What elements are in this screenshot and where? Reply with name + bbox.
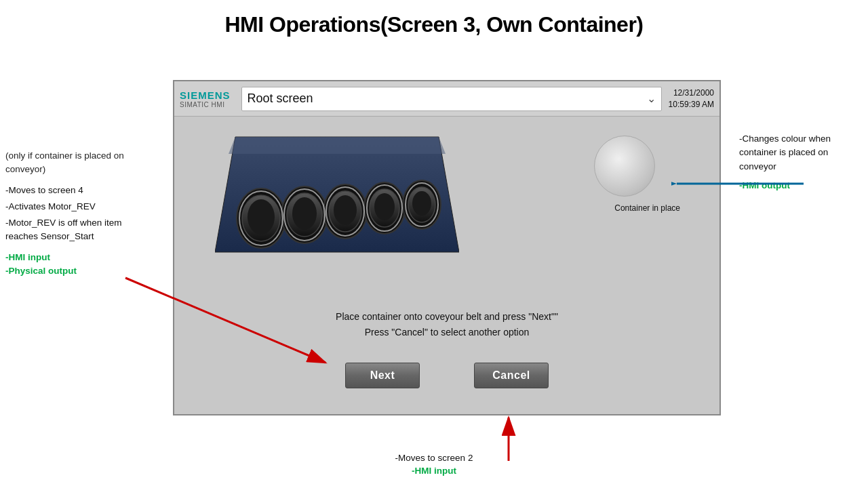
instruction-line-2: Press "Cancel" to select another option (174, 325, 719, 340)
left-note-1: (only if container is placed on conveyor… (5, 149, 146, 177)
instruction-line-1: Place container onto coveyour belt and p… (174, 309, 719, 324)
svg-marker-1 (229, 137, 446, 154)
left-note-2: -Moves to screen 4 (5, 184, 146, 197)
screen-name: Root screen (248, 92, 647, 106)
container-indicator-circle (594, 136, 655, 197)
hmi-screen: SIEMENS SIMATIC HMI Root screen ⌄ 12/31/… (173, 80, 721, 415)
svg-point-10 (334, 195, 357, 225)
left-note-hmi-input: -HMI input (5, 251, 146, 264)
next-button[interactable]: Next (345, 363, 420, 388)
page-title: HMI Operations(Screen 3, Own Container) (0, 0, 868, 44)
hmi-date: 12/31/2000 (669, 87, 714, 99)
blue-arrow-indicator (671, 174, 807, 194)
container-in-place-label: Container in place (614, 203, 680, 213)
svg-point-4 (248, 199, 275, 235)
hmi-header: SIEMENS SIMATIC HMI Root screen ⌄ 12/31/… (174, 81, 719, 117)
left-note-3: -Activates Motor_REV (5, 200, 146, 214)
hmi-content: Container in place Place container onto … (174, 117, 719, 414)
hmi-buttons: Next Cancel (174, 363, 719, 388)
conveyor-svg (215, 130, 459, 259)
simatic-label: SIMATIC HMI (180, 101, 224, 108)
svg-point-7 (292, 197, 317, 230)
bottom-annotations: -Moves to screen 2 -HMI input (0, 453, 868, 476)
bottom-note-screen2: -Moves to screen 2 (0, 453, 868, 463)
screen-selector[interactable]: Root screen ⌄ (241, 87, 662, 111)
chevron-down-icon: ⌄ (647, 92, 656, 105)
left-annotations: (only if container is placed on conveyor… (0, 149, 146, 278)
red-arrow-cancel (488, 412, 529, 463)
right-note-colour: -Changes colour when container is placed… (739, 132, 863, 174)
cancel-button[interactable]: Cancel (474, 363, 549, 388)
hmi-datetime: 12/31/2000 10:59:39 AM (669, 87, 714, 110)
left-note-physical-output: -Physical output (5, 264, 146, 278)
siemens-logo: SIEMENS SIMATIC HMI (180, 89, 231, 108)
siemens-brand: SIEMENS (180, 89, 231, 101)
left-note-4: -Motor_REV is off when item reaches Sens… (5, 216, 146, 244)
bottom-note-hmi-input: -HMI input (0, 466, 868, 476)
hmi-time: 10:59:39 AM (669, 99, 714, 110)
instruction-text: Place container onto coveyour belt and p… (174, 309, 719, 340)
svg-point-13 (374, 193, 395, 220)
conveyor-area (215, 130, 473, 259)
svg-point-16 (412, 191, 431, 216)
